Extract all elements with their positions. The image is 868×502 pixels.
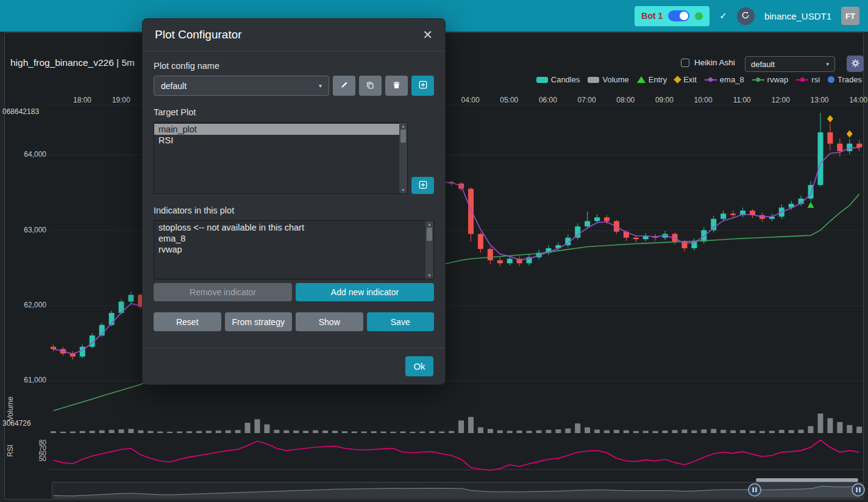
datazoom-window[interactable] (755, 482, 859, 497)
volume-bar (604, 430, 610, 433)
scroll-up-icon[interactable]: ▲ (401, 124, 405, 128)
duplicate-config-button[interactable] (359, 76, 382, 96)
volume-bar (361, 431, 367, 433)
scrollbar[interactable]: ▲▼ (399, 123, 407, 193)
indicators-listbox[interactable]: stoploss <-- not available in this chart… (154, 220, 434, 279)
legend-item-ema_8[interactable]: ema_8 (705, 75, 744, 84)
config-name-select-value: default (161, 81, 187, 91)
volume-bar (555, 429, 561, 433)
volume-bar (90, 431, 95, 433)
delete-config-button[interactable] (385, 76, 408, 96)
rsi-line (54, 440, 859, 471)
edit-config-button[interactable] (333, 76, 355, 96)
volume-bar (663, 431, 668, 433)
ft-logo: FT (841, 7, 859, 25)
legend-item-exit[interactable]: Exit (675, 75, 697, 84)
scroll-up-icon[interactable]: ▲ (427, 222, 432, 226)
target-plot-row: main_plotRSI ▲▼ (154, 122, 434, 194)
add-plot-button[interactable] (411, 177, 434, 194)
volume-axis-label: Volume (6, 396, 15, 421)
save-button[interactable]: Save (367, 312, 435, 331)
scrollbar[interactable]: ▲▼ (425, 221, 433, 279)
scroll-down-icon[interactable]: ▼ (401, 188, 405, 192)
legend-label: Candles (551, 75, 580, 84)
volume-bar (536, 430, 542, 433)
volume-bar (283, 430, 289, 433)
gear-icon (851, 59, 860, 70)
volume-bar (148, 431, 153, 433)
add-config-button[interactable] (411, 76, 434, 96)
add-indicator-button[interactable]: Add new indicator (296, 283, 434, 301)
indicator-option[interactable]: rvwap (154, 244, 425, 255)
volume-bar (80, 431, 85, 433)
volume-bar (681, 429, 687, 433)
navbar-right-group: Bot 1 ✓ binance_USDT1 FT (635, 6, 868, 26)
indicator-option[interactable]: stoploss <-- not available in this chart (154, 222, 425, 233)
volume-bar (585, 428, 590, 433)
candle-body (594, 217, 600, 221)
legend-item-rsi[interactable]: rsi (796, 75, 820, 84)
candle-body (128, 295, 133, 301)
volume-bar (458, 420, 464, 433)
refresh-button[interactable] (737, 7, 755, 25)
volume-bar (419, 431, 425, 433)
datazoom-handle-left[interactable] (749, 484, 761, 496)
remove-indicator-button[interactable]: Remove indicator (154, 283, 292, 301)
volume-bar (730, 430, 736, 433)
scroll-down-icon[interactable]: ▼ (427, 273, 432, 278)
volume-bar (527, 431, 532, 433)
legend-label: Trades (838, 75, 862, 84)
show-button[interactable]: Show (296, 312, 363, 331)
ok-button[interactable]: Ok (405, 356, 433, 376)
bot-selector[interactable]: Bot 1 (635, 6, 710, 26)
chart-legend: CandlesVolumeEntryExitema_8rvwaprsiTrade… (536, 75, 862, 84)
scroll-thumb[interactable] (400, 129, 406, 143)
datazoom-range-bar[interactable] (756, 478, 858, 482)
plot-settings-button[interactable] (847, 56, 864, 72)
target-plot-listbox[interactable]: main_plotRSI ▲▼ (154, 122, 408, 194)
scroll-thumb[interactable] (427, 228, 432, 241)
indicator-option[interactable]: ema_8 (154, 233, 425, 244)
volume-bar (138, 430, 143, 433)
candle-body (478, 234, 483, 249)
modal-header: Plot Configurator ✕ (143, 19, 445, 51)
legend-item-volume[interactable]: Volume (588, 75, 628, 84)
chevron-down-icon: ▾ (319, 82, 322, 89)
target-plot-option[interactable]: RSI (154, 135, 399, 146)
from-strategy-button[interactable]: From strategy (225, 312, 293, 331)
target-plot-option[interactable]: main_plot (154, 124, 399, 135)
volume-bar (293, 431, 299, 433)
legend-label: rvwap (767, 75, 789, 84)
legend-item-candles[interactable]: Candles (536, 75, 580, 84)
legend-item-trades[interactable]: Trades (828, 75, 862, 84)
config-name-select[interactable]: default ▾ (154, 76, 329, 96)
volume-bar (575, 423, 580, 433)
volume-bar (400, 431, 405, 433)
datazoom-handle-right[interactable] (852, 484, 864, 496)
heikin-ashi-checkbox[interactable] (681, 59, 689, 67)
volume-bar (817, 414, 823, 433)
volume-bar (643, 431, 649, 433)
volume-bar (633, 431, 639, 433)
candle-body (585, 221, 590, 227)
exit-marker (827, 115, 833, 123)
plot-config-dropdown[interactable]: default ▾ (745, 56, 835, 72)
close-icon[interactable]: ✕ (422, 29, 433, 41)
modal-body: Plot config name default ▾ Target Plot m… (143, 51, 445, 348)
volume-bar (856, 426, 862, 433)
volume-bar (624, 430, 629, 433)
volume-bar (264, 425, 269, 433)
legend-item-rvwap[interactable]: rvwap (752, 75, 789, 84)
bot-name-label: Bot 1 (641, 11, 663, 21)
candle-body (827, 132, 833, 143)
volume-bar (799, 429, 804, 433)
bot-toggle[interactable] (668, 10, 689, 21)
volume-bar (99, 430, 105, 433)
candle-body (604, 217, 610, 221)
volume-bar (789, 430, 794, 433)
reset-button[interactable]: Reset (154, 312, 221, 331)
legend-item-entry[interactable]: Entry (637, 75, 667, 84)
candles-legend-marker (536, 77, 548, 83)
volume-bar (779, 430, 784, 433)
volume-bar (439, 431, 444, 433)
